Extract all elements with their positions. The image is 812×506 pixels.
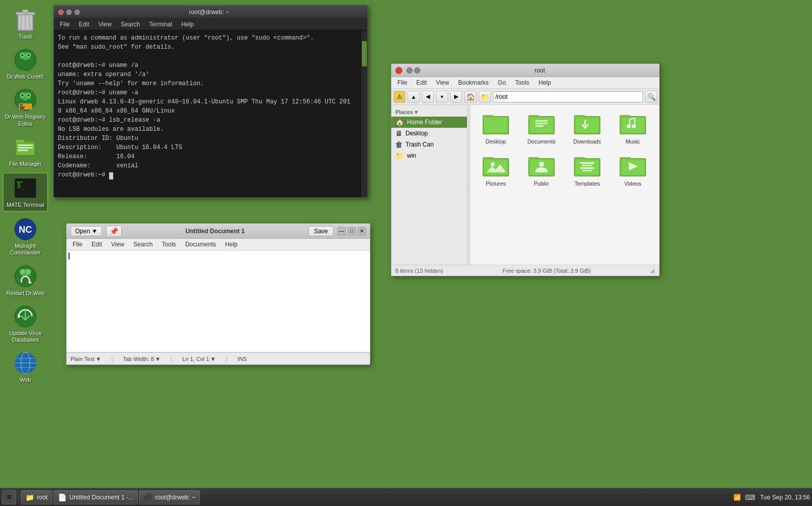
fm-titlebar: root [391,64,659,77]
fm-folder-downloads[interactable]: Downloads [567,110,607,147]
gedit-menu-help[interactable]: Help [221,240,242,249]
fm-menu-file[interactable]: File [393,78,411,87]
svg-rect-58 [535,125,544,127]
terminal-menu-search[interactable]: Search [117,20,144,29]
gedit-close-btn[interactable]: ✕ [358,227,366,235]
fm-menu-tools[interactable]: Tools [511,78,533,87]
terminal-close-btn[interactable] [58,9,64,15]
desktop-icon-update-virus[interactable]: Update Virus Databases [3,302,48,346]
fm-menu-edit[interactable]: Edit [412,78,431,87]
desktop-icon-drweb-cureit[interactable]: Dr.Web CureIt! [3,45,48,83]
terminal-menu-view[interactable]: View [94,20,116,29]
fm-main-area: Desktop Documents [470,105,659,265]
fm-videos-file-label: Videos [624,180,641,187]
fm-folder-public[interactable]: Public [521,152,562,189]
fm-close-btn[interactable] [395,67,402,74]
taskbar: ≡ 📁 root 📄 Untitled Document 1 -... ⬛ ro… [0,488,812,506]
update-virus-icon [13,304,38,329]
fm-forward-btn[interactable]: ▶ [450,91,462,103]
fm-folder-videos[interactable]: Videos [613,152,653,189]
fm-up-btn[interactable]: ▲ [408,91,420,103]
taskbar-terminal-icon: ⬛ [144,493,152,501]
svg-rect-51 [485,118,507,132]
fm-home-btn[interactable]: 🏠 [464,91,477,103]
fm-folder-documents[interactable]: Documents [521,110,562,147]
terminal-titlebar: root@drweb: ~ [54,6,367,19]
gedit-statusbar-sep3: | [226,356,227,362]
midnight-commander-label: Midnight Commander [5,243,46,256]
fm-menu-help[interactable]: Help [534,78,555,87]
fm-menu-view[interactable]: View [432,78,453,87]
terminal-maximize-btn[interactable] [74,9,80,15]
gedit-menu-tools[interactable]: Tools [158,240,180,249]
gedit-maximize-btn[interactable]: □ [348,227,356,235]
midnight-commander-icon: NC [13,217,38,241]
fm-music-file-label: Music [626,138,640,145]
fm-menu-go[interactable]: Go [494,78,510,87]
desktop-icon-midnight-commander[interactable]: NC Midnight Commander [3,214,48,259]
fm-dropdown-btn[interactable]: ▼ [436,91,448,103]
fm-folder-pictures[interactable]: Pictures [476,152,516,189]
gedit-menu-documents[interactable]: Documents [181,240,220,249]
fm-documents-file-label: Documents [527,138,556,145]
desktop-icon-web[interactable]: Web [3,348,48,386]
fm-desktop-label: Desktop [405,130,428,137]
fm-resize-grip[interactable]: ◢ [650,267,655,274]
svg-rect-27 [18,144,33,146]
gedit-menu-edit[interactable]: Edit [87,240,106,249]
gedit-minimize-btn[interactable]: — [337,227,346,235]
fm-folder-btn[interactable]: 📁 [479,91,491,103]
gedit-language-dropdown[interactable]: Plain Text ▼ [71,356,101,362]
fm-folder-templates[interactable]: Templates [567,152,607,189]
fm-menu-bookmarks[interactable]: Bookmarks [454,78,493,87]
desktop-icon-drweb-registry[interactable]: Dr.Web Registry Editor [3,85,48,129]
fm-back-btn[interactable]: ◀ [422,91,434,103]
gedit-titlebar: Open ▼ 📌 Untitled Document 1 Save — □ ✕ [66,224,370,239]
taskbar-item-root-fm[interactable]: 📁 root [21,490,52,504]
desktop-icon-file-manager[interactable]: File Manager [3,132,48,170]
terminal-minimize-btn[interactable] [66,9,72,15]
fm-address-bar[interactable]: /root [493,91,643,102]
taskbar-item-untitled-doc[interactable]: 📄 Untitled Document 1 -... [53,490,138,504]
desktop-icon-mate-terminal[interactable]: $_ MATE Terminal [3,172,48,212]
gedit-language-arrow-icon: ▼ [96,356,101,362]
gedit-tabwidth-dropdown[interactable]: Tab Width: 8 ▼ [123,356,160,362]
terminal-menu-file[interactable]: File [56,20,74,29]
taskbar-doc-label: Untitled Document 1 -... [70,494,133,501]
taskbar-doc-icon: 📄 [58,493,66,501]
svg-rect-85 [580,167,594,169]
fm-sidebar-desktop[interactable]: 🖥 Desktop [391,128,467,139]
file-manager-icon [13,135,38,159]
fm-alert-btn[interactable]: ⚠ [393,91,405,103]
gedit-menu-file[interactable]: File [69,240,86,249]
gedit-save-button[interactable]: Save [309,226,333,236]
fm-folder-music[interactable]: Music [613,110,653,147]
taskbar-keyboard-icon: ⌨ [745,493,755,501]
gedit-menu-search[interactable]: Search [129,240,157,249]
taskbar-item-root-terminal[interactable]: ⬛ root@drweb: ~ [139,490,200,504]
file-manager-label: File Manager [9,161,42,167]
fm-downloads-file-label: Downloads [573,138,601,145]
gedit-menu-view[interactable]: View [107,240,128,249]
terminal-menu-help[interactable]: Help [177,20,198,29]
gedit-tabwidth-arrow-icon: ▼ [155,356,160,362]
fm-search-btn[interactable]: 🔍 [645,91,657,103]
terminal-menu-terminal[interactable]: Terminal [145,20,176,29]
fm-folder-desktop[interactable]: Desktop [476,110,516,147]
fm-sidebar-win[interactable]: 📁 win [391,150,467,161]
fm-toolbar: ⚠ ▲ ◀ ▼ ▶ 🏠 📁 /root 🔍 [391,89,659,105]
svg-point-68 [632,124,636,128]
fm-minimize-btn[interactable] [407,67,413,74]
fm-sidebar-home-folder[interactable]: 🏠 Home Folder [391,117,467,128]
taskbar-start-btn[interactable]: ≡ [2,490,16,504]
gedit-cursor-pos-dropdown[interactable]: Ln 1, Col 1 ▼ [182,356,216,362]
desktop-icon-trash[interactable]: Trash [3,5,48,43]
terminal-menu-edit[interactable]: Edit [75,20,93,29]
gedit-pin-button[interactable]: 📌 [106,226,122,237]
gedit-open-button[interactable]: Open ▼ [71,226,102,236]
desktop-icon-restart-drweb[interactable]: Restart Dr.Web [3,262,48,299]
fm-maximize-btn[interactable] [414,67,420,74]
fm-sidebar-trash-can[interactable]: 🗑 Trash Can [391,139,467,150]
gedit-editor[interactable] [66,250,370,352]
terminal-content[interactable]: To run a command as administrator (user … [54,30,361,197]
